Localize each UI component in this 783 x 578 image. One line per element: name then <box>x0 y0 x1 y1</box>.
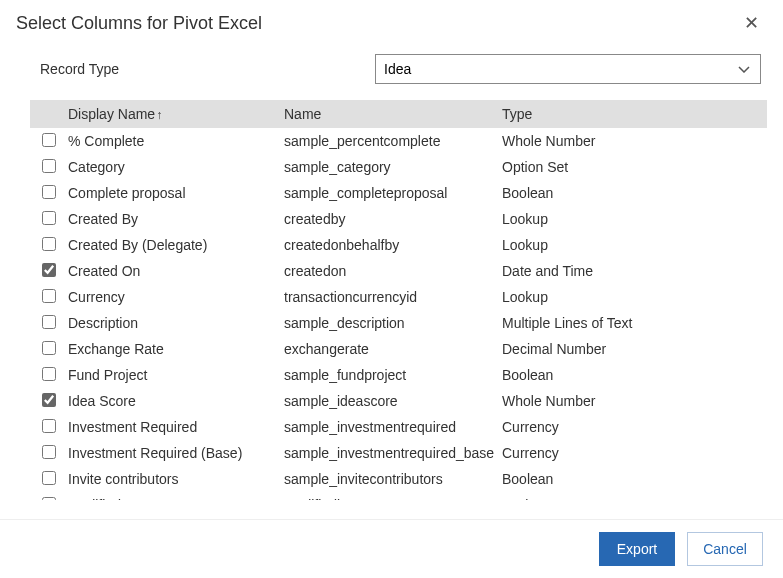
columns-grid: Display Name↑ Name Type % Completesample… <box>30 100 767 500</box>
row-type: Currency <box>502 445 767 461</box>
table-row[interactable]: CurrencytransactioncurrencyidLookup <box>30 284 767 310</box>
row-name: createdon <box>284 263 502 279</box>
table-row[interactable]: Categorysample_categoryOption Set <box>30 154 767 180</box>
row-type: Date and Time <box>502 263 767 279</box>
row-checkbox[interactable] <box>42 315 56 329</box>
table-row[interactable]: Created By (Delegate)createdonbehalfbyLo… <box>30 232 767 258</box>
row-checkbox[interactable] <box>42 211 56 225</box>
header-name[interactable]: Name <box>284 106 502 122</box>
row-name: sample_ideascore <box>284 393 502 409</box>
row-display-name: % Complete <box>62 133 284 149</box>
record-type-select[interactable]: Idea <box>375 54 761 84</box>
header-display-name-label: Display Name <box>68 106 155 122</box>
table-row[interactable]: % Completesample_percentcompleteWhole Nu… <box>30 128 767 154</box>
header-type[interactable]: Type <box>502 106 767 122</box>
row-checkbox[interactable] <box>42 289 56 303</box>
row-display-name: Created On <box>62 263 284 279</box>
row-checkbox[interactable] <box>42 367 56 381</box>
row-name: sample_percentcomplete <box>284 133 502 149</box>
row-type: Lookup <box>502 497 767 500</box>
row-name: exchangerate <box>284 341 502 357</box>
row-display-name: Investment Required (Base) <box>62 445 284 461</box>
row-name: sample_investmentrequired <box>284 419 502 435</box>
grid-body[interactable]: % Completesample_percentcompleteWhole Nu… <box>30 128 767 500</box>
row-name: createdonbehalfby <box>284 237 502 253</box>
record-type-label: Record Type <box>40 61 375 77</box>
close-button[interactable]: ✕ <box>736 10 767 36</box>
row-checkbox[interactable] <box>42 263 56 277</box>
row-type: Option Set <box>502 159 767 175</box>
row-name: sample_fundproject <box>284 367 502 383</box>
row-checkbox[interactable] <box>42 497 56 501</box>
row-display-name: Exchange Rate <box>62 341 284 357</box>
row-display-name: Description <box>62 315 284 331</box>
row-display-name: Currency <box>62 289 284 305</box>
row-name: createdby <box>284 211 502 227</box>
table-row[interactable]: Descriptionsample_descriptionMultiple Li… <box>30 310 767 336</box>
table-row[interactable]: Fund Projectsample_fundprojectBoolean <box>30 362 767 388</box>
table-row[interactable]: Exchange RateexchangerateDecimal Number <box>30 336 767 362</box>
table-row[interactable]: Investment Required (Base)sample_investm… <box>30 440 767 466</box>
row-display-name: Fund Project <box>62 367 284 383</box>
row-name: sample_invitecontributors <box>284 471 502 487</box>
row-type: Lookup <box>502 237 767 253</box>
row-type: Lookup <box>502 211 767 227</box>
row-checkbox[interactable] <box>42 419 56 433</box>
row-display-name: Investment Required <box>62 419 284 435</box>
row-name: modifiedby <box>284 497 502 500</box>
row-checkbox[interactable] <box>42 237 56 251</box>
export-button[interactable]: Export <box>599 532 675 566</box>
row-name: sample_investmentrequired_base <box>284 445 502 461</box>
sort-ascending-icon: ↑ <box>156 108 162 122</box>
dialog-footer: Export Cancel <box>0 519 783 578</box>
row-type: Boolean <box>502 471 767 487</box>
table-row[interactable]: Idea Scoresample_ideascoreWhole Number <box>30 388 767 414</box>
row-name: sample_description <box>284 315 502 331</box>
row-display-name: Category <box>62 159 284 175</box>
table-row[interactable]: Invite contributorssample_invitecontribu… <box>30 466 767 492</box>
row-display-name: Invite contributors <box>62 471 284 487</box>
row-type: Lookup <box>502 289 767 305</box>
table-row[interactable]: Complete proposalsample_completeproposal… <box>30 180 767 206</box>
row-checkbox[interactable] <box>42 341 56 355</box>
row-name: sample_completeproposal <box>284 185 502 201</box>
row-checkbox[interactable] <box>42 159 56 173</box>
row-checkbox[interactable] <box>42 445 56 459</box>
table-row[interactable]: Created OncreatedonDate and Time <box>30 258 767 284</box>
table-row[interactable]: Investment Requiredsample_investmentrequ… <box>30 414 767 440</box>
row-name: sample_category <box>284 159 502 175</box>
row-type: Whole Number <box>502 133 767 149</box>
row-display-name: Modified By <box>62 497 284 500</box>
table-row[interactable]: Created BycreatedbyLookup <box>30 206 767 232</box>
row-type: Boolean <box>502 185 767 201</box>
row-display-name: Created By (Delegate) <box>62 237 284 253</box>
row-checkbox[interactable] <box>42 133 56 147</box>
row-name: transactioncurrencyid <box>284 289 502 305</box>
row-checkbox[interactable] <box>42 393 56 407</box>
row-display-name: Idea Score <box>62 393 284 409</box>
row-type: Decimal Number <box>502 341 767 357</box>
row-type: Multiple Lines of Text <box>502 315 767 331</box>
row-checkbox[interactable] <box>42 471 56 485</box>
row-type: Boolean <box>502 367 767 383</box>
row-display-name: Complete proposal <box>62 185 284 201</box>
row-checkbox[interactable] <box>42 185 56 199</box>
table-row[interactable]: Modified BymodifiedbyLookup <box>30 492 767 500</box>
cancel-button[interactable]: Cancel <box>687 532 763 566</box>
dialog-title: Select Columns for Pivot Excel <box>16 13 262 34</box>
row-type: Whole Number <box>502 393 767 409</box>
close-icon: ✕ <box>744 13 759 33</box>
header-display-name[interactable]: Display Name↑ <box>62 106 284 122</box>
row-display-name: Created By <box>62 211 284 227</box>
row-type: Currency <box>502 419 767 435</box>
grid-header: Display Name↑ Name Type <box>30 100 767 128</box>
